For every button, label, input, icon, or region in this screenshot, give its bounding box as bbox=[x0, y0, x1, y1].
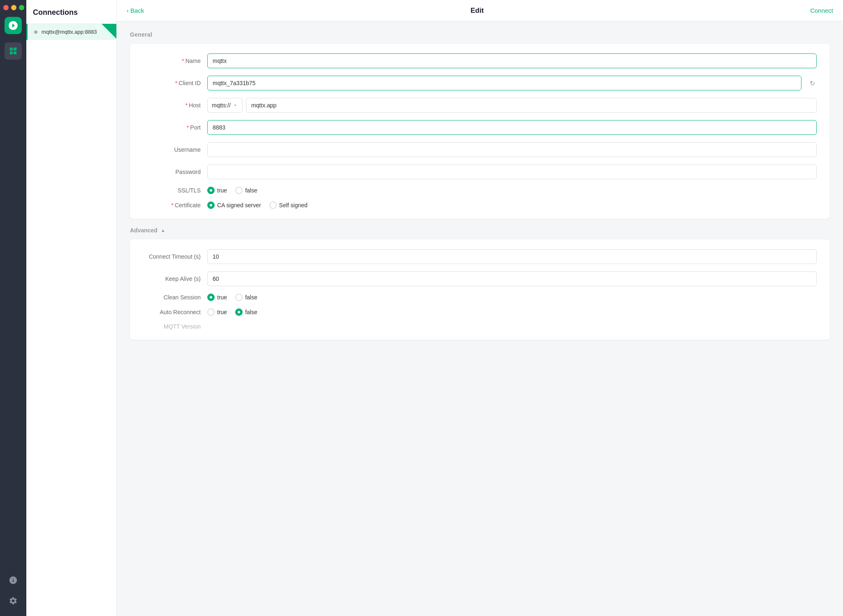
sidebar-item-info[interactable] bbox=[5, 572, 22, 589]
self-signed-radio[interactable] bbox=[269, 201, 277, 209]
certificate-row: * Certificate CA signed server Self sign… bbox=[143, 201, 817, 209]
certificate-radio-group: CA signed server Self signed bbox=[207, 201, 308, 209]
app-logo[interactable] bbox=[5, 17, 22, 34]
refresh-client-id-icon[interactable]: ↻ bbox=[808, 78, 817, 89]
close-button[interactable] bbox=[3, 5, 9, 10]
clean-session-label: Clean Session bbox=[143, 294, 201, 301]
port-row: * Port bbox=[143, 120, 817, 135]
clean-session-true-option[interactable]: true bbox=[207, 294, 227, 301]
topbar: ‹ Back Edit Connect bbox=[117, 0, 843, 21]
protocol-select[interactable]: mqtts:// bbox=[207, 98, 243, 113]
back-button[interactable]: ‹ Back bbox=[127, 7, 144, 14]
connect-timeout-label: Connect Timeout (s) bbox=[143, 253, 201, 260]
auto-reconnect-false-radio[interactable] bbox=[235, 308, 243, 316]
connection-item[interactable]: mqttx@mqttx.app:8883 SSL bbox=[26, 24, 116, 40]
svg-rect-2 bbox=[10, 51, 13, 54]
cert-required-star: * bbox=[171, 202, 174, 208]
client-id-label: * Client ID bbox=[143, 80, 201, 86]
username-label: Username bbox=[143, 146, 201, 153]
ssl-tls-row: SSL/TLS true false bbox=[143, 187, 817, 194]
ca-signed-option[interactable]: CA signed server bbox=[207, 201, 261, 209]
host-label: * Host bbox=[143, 102, 201, 109]
chevron-down-icon bbox=[232, 102, 238, 108]
ssl-true-option[interactable]: true bbox=[207, 187, 227, 194]
maximize-button[interactable] bbox=[19, 5, 24, 10]
connect-timeout-row: Connect Timeout (s) bbox=[143, 249, 817, 264]
ssl-true-radio[interactable] bbox=[207, 187, 215, 194]
advanced-arrow-icon: ▲ bbox=[161, 228, 165, 233]
connection-status-dot bbox=[34, 30, 37, 34]
clean-session-true-label: true bbox=[217, 294, 227, 301]
general-section-title: General bbox=[130, 31, 830, 38]
clean-session-false-option[interactable]: false bbox=[235, 294, 257, 301]
auto-reconnect-label: Auto Reconnect bbox=[143, 309, 201, 315]
minimize-button[interactable] bbox=[11, 5, 16, 10]
username-input[interactable] bbox=[207, 142, 817, 157]
svg-rect-1 bbox=[14, 48, 16, 51]
sidebar-bottom bbox=[5, 572, 22, 611]
clean-session-row: Clean Session true false bbox=[143, 294, 817, 301]
host-required-star: * bbox=[185, 102, 188, 109]
page-title: Edit bbox=[470, 7, 484, 15]
name-label: * Name bbox=[143, 58, 201, 64]
auto-reconnect-true-radio[interactable] bbox=[207, 308, 215, 316]
host-input-group: mqtts:// bbox=[207, 98, 817, 113]
chevron-left-icon: ‹ bbox=[127, 7, 129, 14]
auto-reconnect-true-option[interactable]: true bbox=[207, 308, 227, 316]
clean-session-true-radio[interactable] bbox=[207, 294, 215, 301]
keep-alive-row: Keep Alive (s) bbox=[143, 271, 817, 286]
logo-icon bbox=[8, 20, 19, 31]
ca-signed-radio[interactable] bbox=[207, 201, 215, 209]
password-label: Password bbox=[143, 169, 201, 175]
keep-alive-label: Keep Alive (s) bbox=[143, 276, 201, 282]
self-signed-option[interactable]: Self signed bbox=[269, 201, 308, 209]
ssl-true-label: true bbox=[217, 187, 227, 194]
port-input[interactable] bbox=[207, 120, 817, 135]
name-input[interactable] bbox=[207, 53, 817, 68]
port-required-star: * bbox=[187, 124, 189, 131]
sidebar-item-settings[interactable] bbox=[5, 592, 22, 609]
client-id-required-star: * bbox=[175, 80, 177, 86]
auto-reconnect-false-option[interactable]: false bbox=[235, 308, 257, 316]
auto-reconnect-false-label: false bbox=[245, 309, 257, 315]
password-row: Password bbox=[143, 164, 817, 179]
traffic-lights bbox=[0, 5, 28, 10]
mqtt-version-label: MQTT Version bbox=[143, 323, 201, 330]
name-row: * Name bbox=[143, 53, 817, 68]
host-input[interactable] bbox=[246, 98, 817, 113]
connect-button[interactable]: Connect bbox=[810, 7, 833, 14]
ca-signed-label: CA signed server bbox=[217, 202, 261, 208]
general-form-card: * Name * Client ID ↻ * Host bbox=[130, 44, 830, 219]
ssl-tls-radio-group: true false bbox=[207, 187, 257, 194]
password-input[interactable] bbox=[207, 164, 817, 179]
advanced-section-toggle[interactable]: Advanced ▲ bbox=[130, 227, 830, 234]
back-label: Back bbox=[130, 7, 144, 14]
sidebar bbox=[0, 0, 26, 616]
ssl-tls-label: SSL/TLS bbox=[143, 187, 201, 194]
port-label: * Port bbox=[143, 124, 201, 131]
protocol-value: mqtts:// bbox=[212, 102, 231, 109]
certificate-label: * Certificate bbox=[143, 202, 201, 208]
client-id-input[interactable] bbox=[207, 76, 801, 90]
ssl-false-option[interactable]: false bbox=[235, 187, 257, 194]
advanced-title: Advanced bbox=[130, 227, 157, 234]
sidebar-item-connections[interactable] bbox=[5, 42, 22, 60]
auto-reconnect-true-label: true bbox=[217, 309, 227, 315]
connections-panel: Connections mqttx@mqttx.app:8883 SSL bbox=[26, 0, 117, 616]
svg-rect-0 bbox=[10, 48, 13, 51]
username-row: Username bbox=[143, 142, 817, 157]
main-content: ‹ Back Edit Connect General * Name * Cli… bbox=[117, 0, 843, 616]
name-required-star: * bbox=[182, 58, 184, 64]
mqtt-version-row: MQTT Version bbox=[143, 323, 817, 330]
ssl-badge: SSL bbox=[102, 24, 116, 39]
keep-alive-input[interactable] bbox=[207, 271, 817, 286]
connect-timeout-input[interactable] bbox=[207, 249, 817, 264]
auto-reconnect-row: Auto Reconnect true false bbox=[143, 308, 817, 316]
form-area: General * Name * Client ID ↻ bbox=[117, 21, 843, 616]
self-signed-label: Self signed bbox=[279, 202, 308, 208]
gear-icon bbox=[9, 596, 18, 605]
ssl-false-label: false bbox=[245, 187, 257, 194]
clean-session-false-radio[interactable] bbox=[235, 294, 243, 301]
ssl-false-radio[interactable] bbox=[235, 187, 243, 194]
clean-session-radio-group: true false bbox=[207, 294, 257, 301]
